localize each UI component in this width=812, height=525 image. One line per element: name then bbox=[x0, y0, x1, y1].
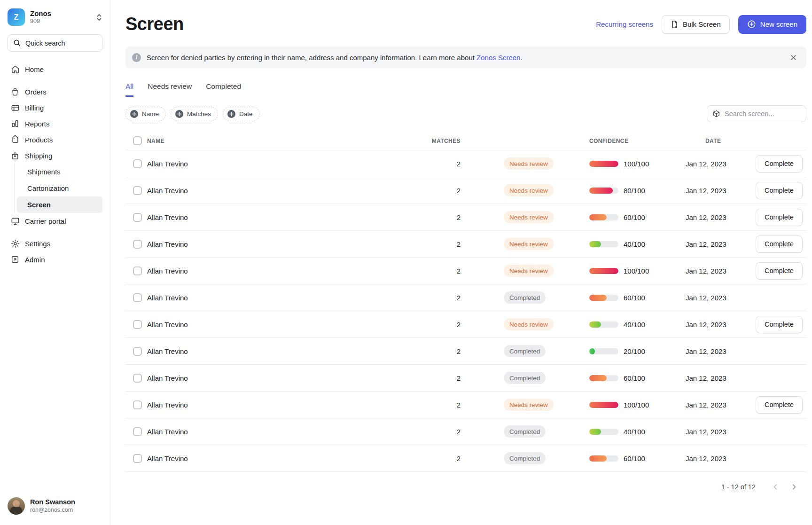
table-row[interactable]: Allan Trevino 2 Needs review 80/100 Jan … bbox=[125, 177, 806, 204]
screen-search-input[interactable] bbox=[725, 110, 795, 118]
status-badge: Completed bbox=[504, 291, 546, 304]
row-checkbox[interactable] bbox=[133, 159, 142, 168]
new-screen-button[interactable]: New screen bbox=[738, 15, 806, 34]
org-switcher[interactable]: Z Zonos 909 bbox=[0, 7, 110, 27]
main-content: Screen Recurring screens Bulk Screen New… bbox=[110, 0, 812, 525]
table-row[interactable]: Allan Trevino 2 Completed 40/100 Jan 12,… bbox=[125, 418, 806, 445]
row-matches: 2 bbox=[376, 187, 461, 195]
complete-button[interactable]: Complete bbox=[756, 235, 803, 253]
complete-button[interactable]: Complete bbox=[756, 316, 803, 333]
complete-button[interactable]: Complete bbox=[756, 182, 803, 199]
filter-label: Name bbox=[142, 110, 159, 118]
prev-page-icon[interactable] bbox=[768, 479, 783, 494]
recurring-screens-link[interactable]: Recurring screens bbox=[596, 20, 653, 28]
complete-button[interactable]: Complete bbox=[756, 396, 803, 414]
sidebar-item-home[interactable]: Home bbox=[8, 61, 102, 77]
confidence-value: 60/100 bbox=[624, 374, 645, 382]
sidebar-nav: Home Orders Billing Reports Products S bbox=[0, 55, 110, 493]
filter-name[interactable]: Name bbox=[125, 107, 166, 121]
quick-search[interactable] bbox=[8, 34, 102, 52]
tab-bar: All Needs review Completed bbox=[125, 82, 806, 97]
row-checkbox[interactable] bbox=[133, 213, 142, 222]
row-matches: 2 bbox=[376, 374, 461, 382]
row-name: Allan Trevino bbox=[147, 374, 376, 382]
table-row[interactable]: Allan Trevino 2 Needs review 100/100 Jan… bbox=[125, 392, 806, 418]
sidebar-item-admin[interactable]: Admin bbox=[8, 251, 102, 267]
quick-search-input[interactable] bbox=[25, 39, 82, 47]
sidebar-item-shipments[interactable]: Shipments bbox=[17, 164, 102, 180]
sidebar-item-cartonization[interactable]: Cartonization bbox=[17, 180, 102, 196]
select-all-checkbox[interactable] bbox=[133, 136, 142, 145]
sidebar-item-screen[interactable]: Screen bbox=[17, 196, 102, 213]
filter-matches[interactable]: Matches bbox=[171, 107, 218, 121]
table-row[interactable]: Allan Trevino 2 Completed 60/100 Jan 12,… bbox=[125, 445, 806, 472]
table-row[interactable]: Allan Trevino 2 Needs review 40/100 Jan … bbox=[125, 311, 806, 338]
sidebar-item-billing[interactable]: Billing bbox=[8, 100, 102, 116]
table-row[interactable]: Allan Trevino 2 Needs review 40/100 Jan … bbox=[125, 231, 806, 258]
tab-needs-review[interactable]: Needs review bbox=[148, 82, 192, 97]
complete-button[interactable]: Complete bbox=[756, 209, 803, 226]
table-row[interactable]: Allan Trevino 2 Needs review 100/100 Jan… bbox=[125, 150, 806, 177]
screen-search[interactable] bbox=[707, 105, 806, 122]
confidence-value: 100/100 bbox=[624, 267, 649, 275]
tab-completed[interactable]: Completed bbox=[206, 82, 241, 97]
complete-button[interactable]: Complete bbox=[756, 262, 803, 280]
org-id: 909 bbox=[30, 18, 91, 24]
close-icon[interactable] bbox=[788, 52, 799, 63]
row-date: Jan 12, 2023 bbox=[686, 321, 740, 329]
sidebar-item-shipping[interactable]: Shipping bbox=[8, 148, 102, 164]
sidebar-item-label: Orders bbox=[25, 88, 47, 96]
table-row[interactable]: Allan Trevino 2 Completed 20/100 Jan 12,… bbox=[125, 338, 806, 365]
table-row[interactable]: Allan Trevino 2 Needs review 100/100 Jan… bbox=[125, 258, 806, 284]
confidence-bar bbox=[589, 348, 618, 354]
row-date: Jan 12, 2023 bbox=[686, 454, 740, 462]
row-checkbox[interactable] bbox=[133, 320, 142, 329]
row-name: Allan Trevino bbox=[147, 213, 376, 221]
table-row[interactable]: Allan Trevino 2 Completed 60/100 Jan 12,… bbox=[125, 365, 806, 392]
row-checkbox[interactable] bbox=[133, 374, 142, 383]
sidebar-item-settings[interactable]: Settings bbox=[8, 235, 102, 251]
row-checkbox[interactable] bbox=[133, 427, 142, 436]
home-icon bbox=[10, 65, 20, 74]
next-page-icon[interactable] bbox=[787, 479, 802, 494]
confidence-value: 100/100 bbox=[624, 160, 649, 168]
screen-table: NAME MATCHES CONFIDENCE DATE Allan Trevi… bbox=[125, 132, 806, 472]
row-date: Jan 12, 2023 bbox=[686, 294, 740, 302]
column-header-matches: MATCHES bbox=[376, 138, 461, 144]
row-checkbox[interactable] bbox=[133, 400, 142, 409]
row-date: Jan 12, 2023 bbox=[686, 160, 740, 168]
plus-circle-icon bbox=[747, 20, 756, 29]
row-checkbox[interactable] bbox=[133, 266, 142, 275]
row-checkbox[interactable] bbox=[133, 454, 142, 463]
status-badge: Needs review bbox=[504, 399, 554, 411]
filter-date[interactable]: Date bbox=[223, 107, 260, 121]
confidence-bar bbox=[589, 402, 618, 408]
confidence-value: 60/100 bbox=[624, 454, 645, 462]
sidebar-item-reports[interactable]: Reports bbox=[8, 116, 102, 132]
sidebar-item-carrier-portal[interactable]: Carrier portal bbox=[8, 213, 102, 229]
row-checkbox[interactable] bbox=[133, 240, 142, 249]
status-badge: Needs review bbox=[504, 265, 554, 277]
tab-all[interactable]: All bbox=[125, 82, 133, 97]
sidebar-item-orders[interactable]: Orders bbox=[8, 84, 102, 100]
confidence-bar bbox=[589, 268, 618, 274]
gear-icon bbox=[10, 239, 20, 248]
filter-chips: Name Matches Date bbox=[125, 107, 707, 121]
file-plus-icon bbox=[671, 20, 679, 29]
confidence-bar bbox=[589, 321, 618, 328]
row-name: Allan Trevino bbox=[147, 454, 376, 462]
sidebar-item-products[interactable]: Products bbox=[8, 132, 102, 148]
row-checkbox[interactable] bbox=[133, 347, 142, 356]
info-icon: i bbox=[132, 53, 141, 62]
bulk-screen-label: Bulk Screen bbox=[683, 20, 721, 28]
complete-button[interactable]: Complete bbox=[756, 155, 803, 172]
column-header-confidence: CONFIDENCE bbox=[589, 138, 686, 144]
row-checkbox[interactable] bbox=[133, 186, 142, 195]
table-row[interactable]: Allan Trevino 2 Needs review 60/100 Jan … bbox=[125, 204, 806, 231]
table-row[interactable]: Allan Trevino 2 Completed 60/100 Jan 12,… bbox=[125, 284, 806, 311]
confidence-bar bbox=[589, 161, 618, 167]
row-checkbox[interactable] bbox=[133, 293, 142, 302]
zonos-screen-link[interactable]: Zonos Screen bbox=[476, 54, 520, 62]
bulk-screen-button[interactable]: Bulk Screen bbox=[662, 15, 730, 34]
user-profile[interactable]: Ron Swanson ron@zonos.com bbox=[0, 493, 110, 517]
